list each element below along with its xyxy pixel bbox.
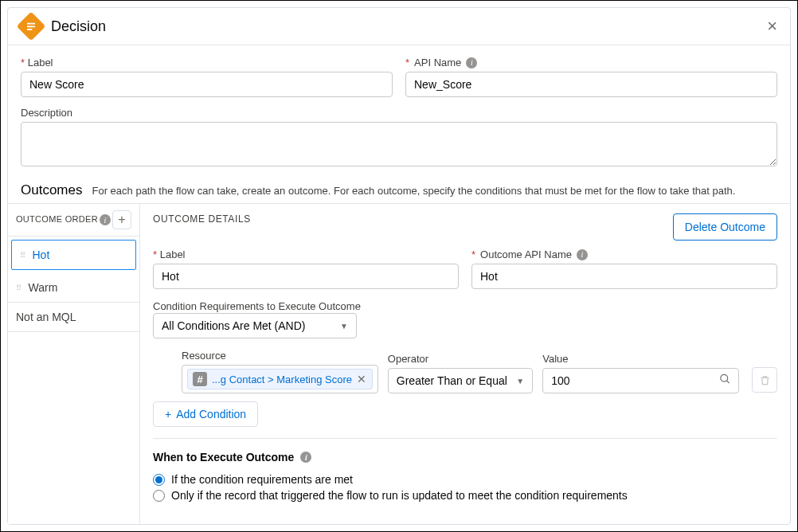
outcome-label-label: * Label <box>153 248 459 260</box>
radio-if-met[interactable]: If the condition requirements are met <box>153 473 777 486</box>
outcome-label-input[interactable] <box>153 264 459 289</box>
select-value: All Conditions Are Met (AND) <box>162 319 306 332</box>
info-icon[interactable]: i <box>100 214 111 225</box>
radio-input[interactable] <box>153 474 165 486</box>
resource-pill-text: ...g Contact > Marketing Score <box>212 374 352 385</box>
outcome-api-input[interactable] <box>471 264 777 289</box>
select-value: Greater Than or Equal <box>397 374 507 387</box>
chevron-down-icon: ▼ <box>340 322 348 331</box>
when-to-execute-heading: When to Execute Outcome i <box>153 451 311 464</box>
search-icon[interactable] <box>719 374 731 389</box>
info-icon[interactable]: i <box>300 452 311 463</box>
outcome-api-label: * Outcome API Name i <box>471 248 777 260</box>
value-input[interactable] <box>542 368 739 393</box>
condition-requirements-label: Condition Requirements to Execute Outcom… <box>153 300 361 312</box>
radio-only-if-updated[interactable]: Only if the record that triggered the fl… <box>153 489 777 502</box>
close-icon[interactable]: × <box>767 16 777 37</box>
modal-header: Decision × <box>8 8 790 45</box>
outcome-details-heading: OUTCOME DETAILS <box>153 213 251 225</box>
api-name-label: * API Name i <box>405 57 777 68</box>
sidebar-item-label: Not an MQL <box>16 311 76 323</box>
sidebar-item-hot[interactable]: ⠿ Hot <box>11 240 136 270</box>
drag-handle-icon[interactable]: ⠿ <box>20 253 25 257</box>
add-condition-label: Add Condition <box>176 408 246 421</box>
outcome-sidebar: OUTCOME ORDER i + ⠿ Hot ⠿ Warm Not an MQ… <box>8 204 140 524</box>
info-icon[interactable]: i <box>577 249 588 260</box>
plus-icon: + <box>165 408 171 421</box>
resource-column-label: Resource <box>182 350 378 362</box>
operator-select[interactable]: Greater Than or Equal ▼ <box>388 368 533 393</box>
decision-icon <box>17 12 46 41</box>
radio-input[interactable] <box>153 490 165 502</box>
modal-title: Decision <box>51 18 106 35</box>
operator-column-label: Operator <box>388 353 533 365</box>
drag-handle-icon[interactable]: ⠿ <box>16 286 21 290</box>
condition-requirements-select[interactable]: All Conditions Are Met (AND) ▼ <box>153 313 357 338</box>
add-outcome-button[interactable]: + <box>112 210 131 229</box>
clear-resource-icon[interactable]: ✕ <box>357 373 366 385</box>
svg-point-0 <box>721 374 728 381</box>
label-input[interactable] <box>21 72 393 97</box>
outcomes-heading: Outcomes <box>21 182 82 198</box>
chevron-down-icon: ▼ <box>516 377 524 385</box>
label-field-label: * Label <box>21 57 393 68</box>
delete-outcome-button[interactable]: Delete Outcome <box>673 213 777 241</box>
svg-line-1 <box>726 381 729 383</box>
outcome-order-label: OUTCOME ORDER <box>16 214 98 225</box>
outcomes-subtext: For each path the flow can take, create … <box>92 185 735 197</box>
radio-label: Only if the record that triggered the fl… <box>171 489 628 502</box>
api-name-input[interactable] <box>405 72 777 97</box>
radio-label: If the condition requirements are met <box>171 473 353 486</box>
sidebar-item-not-mql[interactable]: Not an MQL <box>8 303 139 332</box>
description-label: Description <box>21 107 777 119</box>
sidebar-item-label: Hot <box>33 248 50 261</box>
info-icon[interactable]: i <box>466 57 477 68</box>
hash-icon: # <box>193 372 207 386</box>
description-input[interactable] <box>21 122 777 166</box>
sidebar-item-warm[interactable]: ⠿ Warm <box>8 273 139 303</box>
sidebar-item-label: Warm <box>29 281 58 294</box>
add-condition-button[interactable]: + Add Condition <box>153 401 258 427</box>
resource-input[interactable]: # ...g Contact > Marketing Score ✕ <box>182 365 378 393</box>
value-column-label: Value <box>542 353 739 365</box>
delete-condition-button[interactable] <box>752 367 777 393</box>
